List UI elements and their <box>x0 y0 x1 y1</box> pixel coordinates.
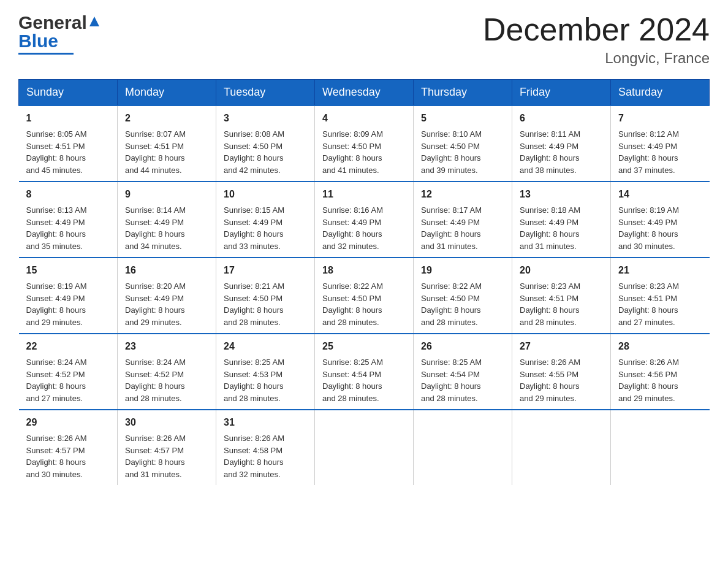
calendar-week-row: 29Sunrise: 8:26 AMSunset: 4:57 PMDayligh… <box>19 410 710 485</box>
day-info: Sunrise: 8:17 AMSunset: 4:49 PMDaylight:… <box>421 204 504 252</box>
day-number: 11 <box>322 187 406 202</box>
day-number: 9 <box>125 187 208 202</box>
day-number: 13 <box>520 187 603 202</box>
table-row: 21Sunrise: 8:23 AMSunset: 4:51 PMDayligh… <box>611 258 710 334</box>
table-row: 14Sunrise: 8:19 AMSunset: 4:49 PMDayligh… <box>611 182 710 258</box>
logo-triangle-icon <box>88 15 100 28</box>
calendar-header-row: Sunday Monday Tuesday Wednesday Thursday… <box>19 80 710 106</box>
day-number: 8 <box>26 187 110 202</box>
table-row: 2Sunrise: 8:07 AMSunset: 4:51 PMDaylight… <box>118 105 216 182</box>
table-row: 28Sunrise: 8:26 AMSunset: 4:56 PMDayligh… <box>611 334 710 410</box>
table-row: 4Sunrise: 8:09 AMSunset: 4:50 PMDaylight… <box>315 105 414 182</box>
day-info: Sunrise: 8:26 AMSunset: 4:58 PMDaylight:… <box>224 432 307 480</box>
day-info: Sunrise: 8:18 AMSunset: 4:49 PMDaylight:… <box>520 204 603 252</box>
title-section: December 2024 Longvic, France <box>483 12 710 67</box>
calendar-week-row: 8Sunrise: 8:13 AMSunset: 4:49 PMDaylight… <box>19 182 710 258</box>
table-row: 26Sunrise: 8:25 AMSunset: 4:54 PMDayligh… <box>414 334 512 410</box>
day-number: 16 <box>125 263 208 278</box>
day-info: Sunrise: 8:19 AMSunset: 4:49 PMDaylight:… <box>26 280 110 328</box>
day-info: Sunrise: 8:25 AMSunset: 4:53 PMDaylight:… <box>224 356 307 404</box>
day-number: 29 <box>26 415 110 430</box>
day-number: 6 <box>520 111 603 126</box>
day-info: Sunrise: 8:26 AMSunset: 4:56 PMDaylight:… <box>618 356 702 404</box>
day-info: Sunrise: 8:20 AMSunset: 4:49 PMDaylight:… <box>125 280 208 328</box>
table-row: 22Sunrise: 8:24 AMSunset: 4:52 PMDayligh… <box>19 334 118 410</box>
day-number: 14 <box>618 187 702 202</box>
day-info: Sunrise: 8:22 AMSunset: 4:50 PMDaylight:… <box>322 280 406 328</box>
table-row: 8Sunrise: 8:13 AMSunset: 4:49 PMDaylight… <box>19 182 118 258</box>
day-info: Sunrise: 8:25 AMSunset: 4:54 PMDaylight:… <box>322 356 406 404</box>
table-row: 9Sunrise: 8:14 AMSunset: 4:49 PMDaylight… <box>118 182 216 258</box>
day-info: Sunrise: 8:07 AMSunset: 4:51 PMDaylight:… <box>125 128 208 176</box>
day-number: 28 <box>618 339 702 354</box>
table-row: 18Sunrise: 8:22 AMSunset: 4:50 PMDayligh… <box>315 258 414 334</box>
table-row <box>315 410 414 485</box>
day-number: 7 <box>618 111 702 126</box>
table-row: 31Sunrise: 8:26 AMSunset: 4:58 PMDayligh… <box>216 410 315 485</box>
day-number: 31 <box>224 415 307 430</box>
header-wednesday: Wednesday <box>315 80 414 106</box>
table-row: 27Sunrise: 8:26 AMSunset: 4:55 PMDayligh… <box>512 334 611 410</box>
day-number: 25 <box>322 339 406 354</box>
table-row: 24Sunrise: 8:25 AMSunset: 4:53 PMDayligh… <box>216 334 315 410</box>
table-row: 11Sunrise: 8:16 AMSunset: 4:49 PMDayligh… <box>315 182 414 258</box>
table-row: 19Sunrise: 8:22 AMSunset: 4:50 PMDayligh… <box>414 258 512 334</box>
day-number: 5 <box>421 111 504 126</box>
day-info: Sunrise: 8:08 AMSunset: 4:50 PMDaylight:… <box>224 128 307 176</box>
page-header: General Blue December 2024 Longvic, Fran… <box>18 12 710 67</box>
table-row <box>611 410 710 485</box>
table-row: 30Sunrise: 8:26 AMSunset: 4:57 PMDayligh… <box>118 410 216 485</box>
day-number: 24 <box>224 339 307 354</box>
logo: General Blue <box>18 12 100 55</box>
day-number: 26 <box>421 339 504 354</box>
calendar-week-row: 1Sunrise: 8:05 AMSunset: 4:51 PMDaylight… <box>19 105 710 182</box>
table-row: 16Sunrise: 8:20 AMSunset: 4:49 PMDayligh… <box>118 258 216 334</box>
day-number: 30 <box>125 415 208 430</box>
day-info: Sunrise: 8:26 AMSunset: 4:57 PMDaylight:… <box>125 432 208 480</box>
day-info: Sunrise: 8:26 AMSunset: 4:57 PMDaylight:… <box>26 432 110 480</box>
day-number: 3 <box>224 111 307 126</box>
day-number: 23 <box>125 339 208 354</box>
header-friday: Friday <box>512 80 611 106</box>
day-number: 19 <box>421 263 504 278</box>
day-number: 22 <box>26 339 110 354</box>
day-info: Sunrise: 8:22 AMSunset: 4:50 PMDaylight:… <box>421 280 504 328</box>
calendar-table: Sunday Monday Tuesday Wednesday Thursday… <box>18 79 710 485</box>
day-info: Sunrise: 8:24 AMSunset: 4:52 PMDaylight:… <box>125 356 208 404</box>
calendar-title: December 2024 <box>483 12 710 47</box>
day-number: 18 <box>322 263 406 278</box>
calendar-week-row: 22Sunrise: 8:24 AMSunset: 4:52 PMDayligh… <box>19 334 710 410</box>
header-thursday: Thursday <box>414 80 512 106</box>
day-info: Sunrise: 8:19 AMSunset: 4:49 PMDaylight:… <box>618 204 702 252</box>
day-number: 15 <box>26 263 110 278</box>
svg-marker-0 <box>89 17 99 26</box>
table-row: 5Sunrise: 8:10 AMSunset: 4:50 PMDaylight… <box>414 105 512 182</box>
day-info: Sunrise: 8:10 AMSunset: 4:50 PMDaylight:… <box>421 128 504 176</box>
header-tuesday: Tuesday <box>216 80 315 106</box>
day-info: Sunrise: 8:11 AMSunset: 4:49 PMDaylight:… <box>520 128 603 176</box>
table-row <box>414 410 512 485</box>
calendar-location: Longvic, France <box>483 50 710 67</box>
day-number: 1 <box>26 111 110 126</box>
table-row: 6Sunrise: 8:11 AMSunset: 4:49 PMDaylight… <box>512 105 611 182</box>
table-row: 25Sunrise: 8:25 AMSunset: 4:54 PMDayligh… <box>315 334 414 410</box>
calendar-week-row: 15Sunrise: 8:19 AMSunset: 4:49 PMDayligh… <box>19 258 710 334</box>
day-info: Sunrise: 8:24 AMSunset: 4:52 PMDaylight:… <box>26 356 110 404</box>
table-row: 12Sunrise: 8:17 AMSunset: 4:49 PMDayligh… <box>414 182 512 258</box>
table-row: 15Sunrise: 8:19 AMSunset: 4:49 PMDayligh… <box>19 258 118 334</box>
day-number: 10 <box>224 187 307 202</box>
day-info: Sunrise: 8:13 AMSunset: 4:49 PMDaylight:… <box>26 204 110 252</box>
header-saturday: Saturday <box>611 80 710 106</box>
day-info: Sunrise: 8:23 AMSunset: 4:51 PMDaylight:… <box>618 280 702 328</box>
table-row: 17Sunrise: 8:21 AMSunset: 4:50 PMDayligh… <box>216 258 315 334</box>
day-info: Sunrise: 8:16 AMSunset: 4:49 PMDaylight:… <box>322 204 406 252</box>
day-number: 17 <box>224 263 307 278</box>
logo-general: General <box>18 12 87 33</box>
day-info: Sunrise: 8:12 AMSunset: 4:49 PMDaylight:… <box>618 128 702 176</box>
table-row <box>512 410 611 485</box>
table-row: 10Sunrise: 8:15 AMSunset: 4:49 PMDayligh… <box>216 182 315 258</box>
day-info: Sunrise: 8:14 AMSunset: 4:49 PMDaylight:… <box>125 204 208 252</box>
header-monday: Monday <box>118 80 216 106</box>
day-number: 21 <box>618 263 702 278</box>
header-sunday: Sunday <box>19 80 118 106</box>
